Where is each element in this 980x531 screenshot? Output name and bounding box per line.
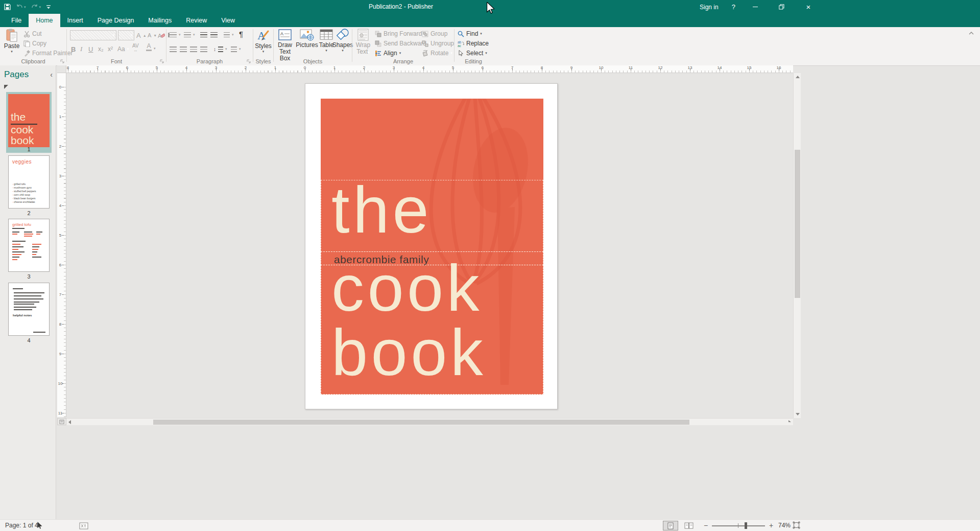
zoom-slider-thumb[interactable]	[745, 522, 747, 529]
minimize-button[interactable]	[749, 0, 762, 14]
grow-font-button[interactable]: A▲	[136, 31, 147, 40]
italic-button[interactable]: I	[80, 44, 82, 54]
horizontal-scroll-thumb[interactable]	[153, 420, 689, 425]
fit-page-button[interactable]	[793, 521, 800, 529]
bold-button[interactable]: B	[71, 44, 76, 54]
page-thumbnail-1-selected[interactable]: the cook book 1	[6, 92, 52, 153]
help-button[interactable]: ?	[732, 3, 735, 11]
sign-in-link[interactable]: Sign in	[700, 4, 719, 11]
vertical-scroll-thumb[interactable]	[795, 150, 800, 298]
save-button[interactable]	[4, 4, 11, 10]
customize-quick-access-button[interactable]	[46, 5, 51, 10]
table-button[interactable]: Table ▾	[319, 29, 334, 53]
cover-textbox-the[interactable]: the	[321, 180, 543, 252]
undo-dropdown-arrow[interactable]: ▾	[24, 5, 26, 9]
paste-dropdown-arrow[interactable]: ▾	[11, 50, 13, 54]
copy-button[interactable]: Copy	[23, 39, 46, 48]
scroll-right-arrow[interactable]	[788, 420, 791, 422]
page-thumbnail-2[interactable]: veggies - grilled tofu- mushroom gyro- s…	[8, 155, 50, 216]
page-2-thumb[interactable]: veggies - grilled tofu- mushroom gyro- s…	[8, 155, 50, 209]
horizontal-ruler[interactable]: 87654321012345678910111213141516	[66, 65, 793, 73]
page-4-thumb[interactable]: helpful notes	[8, 283, 50, 336]
format-painter-button[interactable]: Format Painter	[23, 49, 73, 58]
zoom-slider-track[interactable]	[712, 525, 765, 526]
tab-file[interactable]: File	[4, 14, 29, 27]
font-size-combo[interactable]: ▾	[118, 30, 134, 40]
page-3-thumb[interactable]: grilled tofu	[8, 219, 50, 272]
scroll-left-arrow[interactable]	[68, 420, 71, 424]
close-button[interactable]: ×	[802, 0, 815, 14]
single-page-view-button[interactable]	[663, 521, 678, 530]
cover-background[interactable]: the abercrombie family cookbook	[321, 99, 543, 395]
borders-button[interactable]: ▾	[231, 44, 241, 54]
document-canvas[interactable]: the abercrombie family cookbook	[66, 73, 980, 418]
undo-button[interactable]: ▾	[16, 4, 26, 10]
font-color-dropdown-arrow[interactable]: ▾	[154, 47, 156, 51]
scroll-down-arrow[interactable]	[796, 413, 800, 415]
redo-button[interactable]: ▾	[31, 4, 41, 10]
pages-section-triangle-icon[interactable]	[4, 85, 8, 89]
pages-panel-collapse-button[interactable]: ‹	[50, 71, 53, 79]
pictures-button[interactable]: Pictures	[296, 29, 318, 49]
tab-insert[interactable]: Insert	[60, 14, 90, 27]
tab-home[interactable]: Home	[29, 14, 60, 27]
replace-button[interactable]: abac Replace	[458, 39, 489, 48]
cut-button[interactable]: Cut	[23, 29, 42, 38]
line-spacing-button[interactable]: ↕▾	[213, 44, 227, 54]
font-size-dropdown-arrow[interactable]: ▾	[130, 33, 132, 37]
subscript-button[interactable]: x₂	[98, 44, 104, 54]
cover-textbox-cookbook[interactable]: cookbook	[321, 265, 543, 395]
font-name-dropdown-arrow[interactable]: ▾	[112, 33, 114, 37]
vertical-ruler[interactable]: 01234567891011	[57, 73, 66, 417]
tab-page-design[interactable]: Page Design	[90, 14, 141, 27]
change-case-button[interactable]: Aa▾	[117, 44, 129, 54]
zoom-in-button[interactable]: +	[769, 521, 773, 529]
increase-indent-button[interactable]	[210, 30, 218, 39]
status-page-indicator[interactable]: Page: 1 of 4	[5, 522, 38, 529]
font-name-combo[interactable]: ▾	[70, 30, 116, 40]
paste-button[interactable]: Paste ▾	[3, 29, 20, 54]
find-button[interactable]: Find▾	[458, 29, 482, 38]
collapse-ribbon-icon[interactable]	[969, 31, 974, 35]
draw-text-box-button[interactable]: A DrawText Box	[275, 29, 295, 62]
redo-dropdown-arrow[interactable]: ▾	[39, 5, 41, 9]
wrap-text-button[interactable]: WrapText▾	[354, 29, 372, 56]
align-right-button[interactable]	[190, 44, 197, 54]
group-button[interactable]: Group	[422, 29, 447, 38]
align-button[interactable]: Align▾	[375, 49, 401, 58]
page-1-thumb[interactable]: the cook book	[8, 94, 50, 147]
justify-button[interactable]	[200, 44, 207, 54]
columns-button[interactable]: ▾	[224, 30, 234, 39]
superscript-button[interactable]: x²	[108, 44, 113, 54]
tab-mailings[interactable]: Mailings	[141, 14, 179, 27]
scroll-up-arrow[interactable]	[796, 76, 800, 78]
rotate-button[interactable]: Rotate▾	[422, 49, 452, 58]
character-spacing-button[interactable]: AV↔	[132, 43, 139, 53]
horizontal-scrollbar[interactable]	[66, 418, 793, 425]
shrink-font-button[interactable]: A▼	[148, 31, 157, 40]
select-button[interactable]: Select▾	[458, 49, 487, 58]
styles-button[interactable]: A Styles ▾	[254, 29, 272, 54]
tab-review[interactable]: Review	[179, 14, 214, 27]
align-center-button[interactable]	[180, 44, 187, 54]
tab-view[interactable]: View	[214, 14, 242, 27]
align-left-button[interactable]	[170, 44, 177, 54]
bring-forward-button[interactable]: Bring Forward▾	[375, 29, 426, 38]
vertical-scrollbar[interactable]	[793, 73, 801, 418]
show-paragraph-marks-button[interactable]: ¶	[239, 29, 243, 38]
font-color-button[interactable]: A	[146, 43, 152, 51]
decrease-indent-button[interactable]	[200, 30, 207, 39]
two-page-spread-view-button[interactable]	[681, 521, 697, 530]
page-thumbnail-3[interactable]: grilled tofu 3	[8, 219, 50, 280]
publication-page[interactable]: the abercrombie family cookbook	[305, 83, 558, 409]
restore-button[interactable]	[775, 0, 788, 14]
zoom-out-button[interactable]: −	[704, 521, 708, 529]
bullets-button[interactable]: ▾	[170, 30, 181, 39]
underline-button[interactable]: U	[88, 44, 93, 54]
zoom-percentage[interactable]: 74%	[778, 522, 791, 529]
shapes-button[interactable]: Shapes ▾	[334, 29, 351, 53]
ungroup-button[interactable]: Ungroup	[422, 39, 454, 48]
page-thumbnail-4[interactable]: helpful notes 4	[8, 283, 50, 343]
status-object-position-icon[interactable]	[79, 522, 88, 529]
page-navigation-button[interactable]	[57, 418, 66, 425]
